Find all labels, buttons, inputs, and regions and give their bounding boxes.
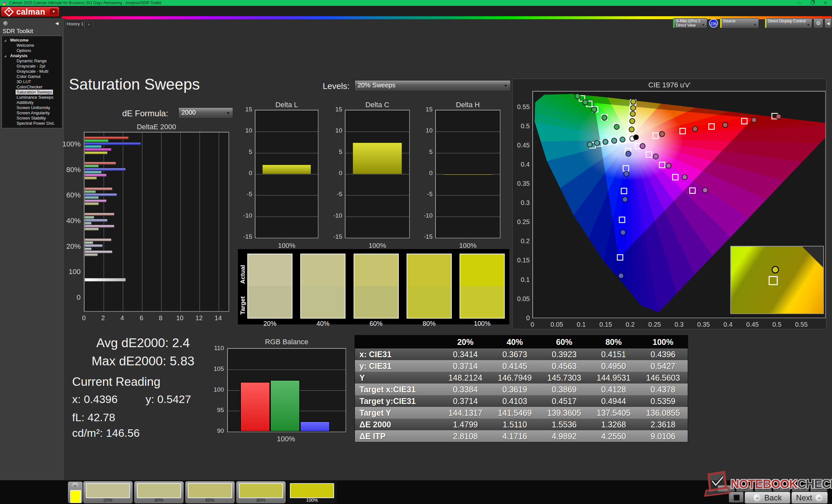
transport-button-5[interactable]	[792, 485, 809, 492]
bar-magenta-100%	[84, 148, 111, 151]
bar-white-100	[84, 278, 126, 282]
measured-cyan	[603, 139, 608, 144]
restore-button[interactable]	[806, 0, 819, 6]
measured-magenta	[666, 163, 671, 168]
x-tick-label: 4	[116, 314, 129, 322]
gridline	[345, 195, 409, 196]
bar-blue-100%	[84, 142, 141, 145]
pattern-tile-60%[interactable]: 60%	[185, 481, 235, 503]
measured-red	[751, 117, 757, 122]
current-reading-heading: Current Reading	[72, 375, 160, 389]
sidebar-item-welcome[interactable]: ◢Welcome	[2, 38, 62, 43]
group-label: 60%	[48, 191, 81, 199]
y-tick-label: -15	[238, 233, 252, 240]
cie-y-tick: 0.55	[511, 103, 530, 111]
x-tick-label: 14	[212, 314, 225, 322]
next-button[interactable]: Next »	[791, 492, 828, 504]
bar-red-20%	[84, 239, 111, 241]
group-label: 40%	[48, 217, 81, 225]
delta_l-xlabel: 100%	[255, 242, 318, 249]
sidebar-item-screen-stability[interactable]: Screen Stability	[2, 116, 62, 121]
expander-icon[interactable]: ◢	[4, 54, 6, 59]
table-row--E-ITP: ΔE ITP2.81084.17164.98924.25509.0106	[355, 430, 688, 442]
sidebar-item-colorchecker[interactable]: ColorChecker	[2, 84, 62, 90]
target-swatch	[460, 286, 504, 318]
meter-selector-button[interactable]: X-Rite i1Pro 2Direct View ▼	[673, 18, 707, 28]
chevron-down-icon: ▼	[50, 8, 57, 15]
row-label: Target Y	[355, 408, 441, 418]
x-tick-label: 0	[77, 314, 90, 322]
sidebar-item-screen-angularity[interactable]: Screen Angularity	[2, 110, 62, 116]
pattern-tile-80%[interactable]: 80%	[236, 481, 286, 503]
pattern-tile-label: 60%	[185, 498, 235, 503]
y-tick-label: -15	[328, 233, 342, 240]
swatch-label: 20%	[247, 320, 292, 327]
transport-button-1[interactable]	[718, 485, 735, 492]
display-control-selector-button[interactable]: Direct Display Control ▼	[765, 18, 812, 28]
chevron-down-icon: ▼	[753, 23, 757, 27]
sidebar-item-3d-lut[interactable]: 3D LUT	[2, 79, 62, 84]
swatch-label: 60%	[354, 320, 399, 327]
tab-history-1[interactable]: History 1	[66, 20, 84, 28]
cie-y-tick: 0.25	[511, 218, 530, 226]
cie-y-tick: 0.5	[511, 122, 530, 130]
settings-button[interactable]: ⚙	[813, 18, 823, 28]
measured-cyan	[620, 137, 625, 142]
sidebar-item-luminance-sweeps[interactable]: Luminance Sweeps	[2, 95, 62, 100]
transport-button-4[interactable]	[773, 485, 790, 492]
sidebar-item-additivity[interactable]: Additivity	[2, 100, 62, 105]
sidebar-item-grayscale-2pt[interactable]: Grayscale - 2pt	[2, 64, 62, 69]
table-header-row: 20%40%60%80%100%	[355, 335, 688, 348]
bar-blue-80%	[84, 168, 126, 171]
levels-dropdown[interactable]: 20% Sweeps▼	[355, 80, 511, 91]
measured-green	[583, 100, 588, 105]
cie-x-tick: 0.5	[767, 321, 787, 328]
gridline	[123, 133, 123, 311]
transport-button-3[interactable]	[755, 485, 772, 492]
transport-button-6[interactable]	[810, 485, 828, 492]
sidebar-item-grayscale-multi[interactable]: Grayscale - Multi	[2, 69, 62, 74]
pattern-tile-100%[interactable]: 100%	[287, 481, 337, 503]
sidebar-item-dynamic-range[interactable]: Dynamic Range	[2, 58, 62, 64]
sidebar-item-screen-uniformity[interactable]: Screen Uniformity	[2, 105, 62, 110]
minimize-button[interactable]: —	[793, 0, 806, 6]
de-formula-dropdown[interactable]: 2000▼	[178, 108, 233, 118]
back-button[interactable]: « Back	[745, 492, 790, 504]
tab-add-button[interactable]: +	[84, 21, 93, 28]
pattern-tile-40%[interactable]: 40%	[134, 481, 184, 503]
sidebar-item-saturation-sweeps[interactable]: Saturation Sweeps	[2, 90, 62, 95]
table-row-y-CIE31: y: CIE310.37140.41450.45630.49500.5427	[355, 360, 688, 372]
pattern-mini-tile[interactable]: ▲	[68, 482, 82, 503]
source-selector-button[interactable]: Source ▼	[720, 18, 759, 28]
deltae2000-chart	[84, 132, 229, 312]
close-button[interactable]: ×	[819, 0, 832, 6]
sidebar-item-analysis[interactable]: ◢Analysis	[2, 53, 62, 58]
y-tick-label: -5	[418, 191, 433, 198]
expander-icon[interactable]: ◢	[4, 38, 6, 43]
cell: 0.5427	[638, 361, 688, 371]
sidebar-item-color-gamut[interactable]: Color Gamut	[2, 74, 62, 79]
bar-cyan-40%	[84, 222, 92, 225]
sidebar-item-welcome[interactable]: Welcome	[2, 43, 62, 48]
cie-x-tick: 0.3	[670, 321, 689, 328]
calman-menu-button[interactable]: calman ▼	[1, 7, 59, 17]
sidebar-item-spectral-power-dist-[interactable]: Spectral Power Dist.	[2, 121, 62, 126]
transport-button-2[interactable]	[736, 485, 753, 492]
group-label: 100%	[48, 140, 81, 148]
cell: 1.4799	[441, 420, 490, 429]
bar-cyan-20%	[84, 248, 92, 250]
sidebar-item-options[interactable]: Options	[2, 48, 62, 53]
x-tick-label: 12	[192, 314, 205, 322]
x-tick-label: 10	[173, 314, 186, 322]
stop-button[interactable]	[729, 492, 744, 503]
avg-de2000: Avg dE2000: 2.4	[65, 334, 221, 352]
pin-icon[interactable]	[3, 21, 8, 26]
rgb-bar-green	[270, 380, 300, 431]
gridline	[142, 133, 142, 311]
pattern-tile-20%[interactable]: 20%	[83, 481, 133, 503]
sidebar-collapse-icon[interactable]: ◀	[54, 20, 60, 27]
cell: 0.4151	[589, 350, 638, 359]
panel-collapse-button[interactable]: ◀	[825, 18, 832, 28]
y-tick-label: 0	[238, 169, 252, 177]
up-arrow-icon[interactable]: ▲	[72, 482, 79, 488]
